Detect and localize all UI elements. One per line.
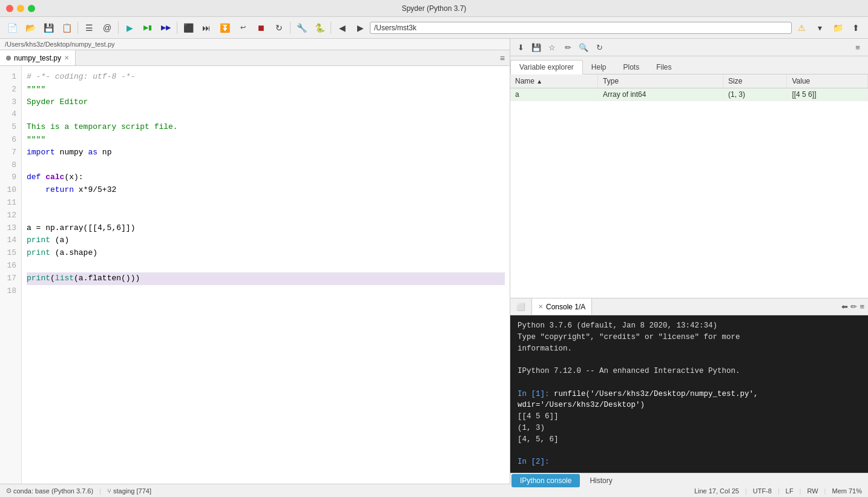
numpy-button[interactable]: 🐍 bbox=[311, 19, 328, 36]
console-cmd-1: runfile('/Users/khs3z/Desktop/numpy_test… bbox=[554, 390, 758, 398]
run-button[interactable]: ▶ bbox=[121, 19, 138, 36]
open-file-button[interactable]: 📂 bbox=[22, 19, 39, 36]
tab-history[interactable]: History bbox=[581, 474, 620, 487]
code-line-17: print(list(a.flatten())) bbox=[27, 272, 505, 285]
code-line-2: """" bbox=[27, 84, 505, 96]
var-type: Array of int64 bbox=[598, 88, 723, 101]
debug-button[interactable]: ⬛ bbox=[180, 19, 197, 36]
col-header-value[interactable]: Value bbox=[787, 74, 868, 88]
maximize-button[interactable] bbox=[28, 5, 35, 12]
table-row[interactable]: a Array of int64 (1, 3) [[4 5 6]] bbox=[510, 88, 868, 101]
conda-text: conda: base (Python 3.7.6) bbox=[13, 487, 93, 495]
rt-star-button[interactable]: ☆ bbox=[545, 41, 559, 54]
line-numbers: 12345 678910 1112131415 161718 bbox=[0, 66, 22, 484]
separator-3 bbox=[177, 22, 177, 34]
separator-4 bbox=[290, 22, 291, 34]
code-line-18 bbox=[27, 285, 505, 298]
console-prompt-2: In [2]: bbox=[518, 458, 550, 466]
tab-ipython-console[interactable]: IPython console bbox=[511, 474, 580, 487]
restart-button[interactable]: ↻ bbox=[271, 19, 288, 36]
dropdown-button[interactable]: ▾ bbox=[811, 19, 828, 36]
code-line-1: # -*- coding: utf-8 -*- bbox=[27, 71, 505, 84]
upload-button[interactable]: ⬆ bbox=[847, 19, 864, 36]
code-editor[interactable]: # -*- coding: utf-8 -*- """" Spyder Edit… bbox=[22, 66, 510, 484]
code-line-7: import numpy as np bbox=[27, 146, 505, 159]
col-header-name[interactable]: Name ▲ bbox=[510, 74, 598, 88]
console-tab-1[interactable]: ✕ Console 1/A bbox=[531, 298, 592, 315]
console-output[interactable]: Python 3.7.6 (default, Jan 8 2020, 13:42… bbox=[510, 315, 868, 473]
titlebar: Spyder (Python 3.7) bbox=[0, 0, 868, 17]
var-size: (1, 3) bbox=[723, 88, 787, 101]
close-button[interactable] bbox=[6, 5, 13, 12]
folder-button[interactable]: 📁 bbox=[829, 19, 846, 36]
run-selection-button[interactable]: ▶▶ bbox=[157, 19, 174, 36]
console-close-icon[interactable]: ✕ bbox=[538, 303, 543, 310]
console-menu-icon[interactable]: ≡ bbox=[860, 302, 864, 311]
code-line-5: This is a temporary script file. bbox=[27, 121, 505, 134]
tab-variable-explorer[interactable]: Variable explorer bbox=[510, 60, 583, 74]
separator-5 bbox=[330, 22, 331, 34]
code-line-6: """" bbox=[27, 134, 505, 146]
var-name: a bbox=[510, 88, 598, 101]
console-area: ⬜ ✕ Console 1/A ⬅ ✏ ≡ Python 3.7.6 (defa… bbox=[510, 298, 868, 489]
tab-label: numpy_test.py bbox=[14, 54, 61, 62]
tab-close-icon[interactable]: ✕ bbox=[64, 54, 69, 61]
col-header-size[interactable]: Size bbox=[723, 74, 787, 88]
tab-files[interactable]: Files bbox=[648, 61, 680, 74]
outline-button[interactable]: ☰ bbox=[81, 19, 97, 36]
tab-plots[interactable]: Plots bbox=[615, 61, 648, 74]
rt-save-button[interactable]: 💾 bbox=[530, 41, 543, 54]
rt-download-button[interactable]: ⬇ bbox=[514, 41, 527, 54]
address-bar[interactable] bbox=[370, 22, 792, 34]
console-prompt-1: In [1]: bbox=[518, 390, 550, 398]
col-header-type[interactable]: Type bbox=[598, 74, 723, 88]
rt-edit-button[interactable]: ✏ bbox=[561, 41, 574, 54]
editor-tab-numpy[interactable]: numpy_test.py ✕ bbox=[0, 50, 76, 65]
tab-help[interactable]: Help bbox=[583, 61, 615, 74]
console-cmd-1b: wdir='/Users/khs3z/Desktop') bbox=[518, 401, 645, 409]
code-line-11 bbox=[27, 197, 505, 209]
back-button[interactable]: ◀ bbox=[334, 19, 350, 36]
code-line-8 bbox=[27, 159, 505, 172]
console-min-button[interactable]: ⬜ bbox=[510, 298, 531, 315]
profile-button[interactable]: 🔧 bbox=[293, 19, 310, 36]
step-into-button[interactable]: ⏬ bbox=[216, 19, 233, 36]
editor-panel: /Users/khs3z/Desktop/numpy_test.py numpy… bbox=[0, 39, 510, 484]
new-file-button[interactable]: 📄 bbox=[4, 19, 21, 36]
run-file-button[interactable]: ▶▮ bbox=[139, 19, 156, 36]
console-line-4: IPython 7.12.0 -- An enhanced Interactiv… bbox=[518, 367, 740, 375]
rt-refresh-button[interactable]: ↻ bbox=[593, 41, 606, 54]
console-line-1: Python 3.7.6 (default, Jan 8 2020, 13:42… bbox=[518, 321, 717, 330]
sb-conda: ⊙ conda: base (Python 3.7.6) bbox=[6, 487, 93, 495]
console-icon-1[interactable]: ⬅ bbox=[841, 302, 848, 311]
save-file-button[interactable]: 💾 bbox=[40, 19, 57, 36]
rt-menu-button[interactable]: ≡ bbox=[851, 41, 864, 54]
console-tab-label: Console 1/A bbox=[546, 303, 585, 311]
separator-1 bbox=[77, 22, 78, 34]
forward-button[interactable]: ▶ bbox=[352, 19, 369, 36]
main-area: /Users/khs3z/Desktop/numpy_test.py numpy… bbox=[0, 39, 868, 484]
step-button[interactable]: ⏭ bbox=[198, 19, 215, 36]
git-icon: ⑂ bbox=[107, 487, 111, 495]
sb-rw: RW bbox=[807, 487, 818, 495]
code-line-14: print (a) bbox=[27, 234, 505, 247]
sb-encoding: UTF-8 bbox=[753, 487, 772, 495]
console-icon-2[interactable]: ✏ bbox=[850, 302, 857, 311]
editor-filepath: /Users/khs3z/Desktop/numpy_test.py bbox=[0, 39, 510, 50]
console-result-2: (1, 3) bbox=[518, 424, 545, 432]
var-tabs: Variable explorer Help Plots Files bbox=[510, 56, 868, 74]
rt-search-button[interactable]: 🔍 bbox=[577, 41, 590, 54]
variable-explorer: Variable explorer Help Plots Files Name … bbox=[510, 56, 868, 298]
console-line-2: Type "copyright", "credits" or "license"… bbox=[518, 333, 740, 341]
save-as-button[interactable]: 📋 bbox=[58, 19, 75, 36]
sb-eol: LF bbox=[786, 487, 794, 495]
at-button[interactable]: @ bbox=[99, 19, 116, 36]
code-line-9: def calc(x): bbox=[27, 171, 505, 184]
tab-menu-button[interactable]: ≡ bbox=[495, 53, 510, 63]
code-line-4 bbox=[27, 108, 505, 121]
step-out-button[interactable]: ↩ bbox=[234, 19, 251, 36]
conda-icon: ⊙ bbox=[6, 487, 12, 495]
minimize-button[interactable] bbox=[17, 5, 24, 12]
code-area: 12345 678910 1112131415 161718 # -*- cod… bbox=[0, 66, 510, 484]
stop-button[interactable]: ⏹ bbox=[252, 19, 269, 36]
